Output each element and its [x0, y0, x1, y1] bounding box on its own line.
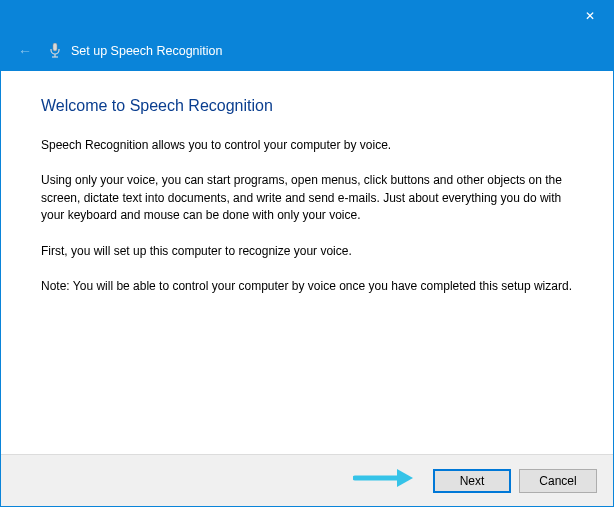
- close-icon: ✕: [585, 9, 595, 23]
- back-button[interactable]: ←: [15, 41, 35, 61]
- titlebar: ✕: [1, 1, 613, 31]
- paragraph-note: Note: You will be able to control your c…: [41, 278, 573, 295]
- wizard-footer: Next Cancel: [1, 454, 613, 506]
- paragraph-description: Using only your voice, you can start pro…: [41, 172, 573, 224]
- cancel-button[interactable]: Cancel: [519, 469, 597, 493]
- wizard-window: ✕ ← Set up Speech Recognition Welcome to…: [0, 0, 614, 507]
- back-arrow-icon: ←: [18, 43, 32, 59]
- wizard-content: Welcome to Speech Recognition Speech Rec…: [1, 71, 613, 454]
- page-heading: Welcome to Speech Recognition: [41, 97, 573, 115]
- close-button[interactable]: ✕: [567, 1, 613, 31]
- wizard-title: Set up Speech Recognition: [71, 44, 223, 58]
- paragraph-setup: First, you will set up this computer to …: [41, 243, 573, 260]
- next-button[interactable]: Next: [433, 469, 511, 493]
- paragraph-intro: Speech Recognition allows you to control…: [41, 137, 573, 154]
- svg-rect-0: [53, 43, 57, 51]
- wizard-header: ← Set up Speech Recognition: [1, 31, 613, 71]
- microphone-icon: [47, 43, 63, 59]
